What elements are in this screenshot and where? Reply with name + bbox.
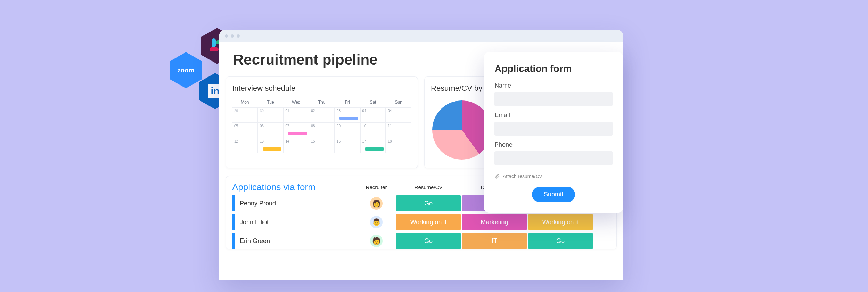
calendar-event[interactable] [365,147,384,151]
calendar-cell[interactable]: 16 [335,138,360,153]
calendar-cell[interactable]: 04 [386,107,411,123]
phone-input[interactable] [494,151,613,165]
window-dot [225,34,228,38]
interview-schedule-panel: Interview schedule MonTueWedThuFriSatSun… [226,76,418,168]
calendar-cell[interactable]: 13 [258,138,284,153]
calendar-day-header: Sun [386,98,411,107]
calendar-cell[interactable]: 15 [309,138,335,153]
applications-title: Applications via form [232,182,357,193]
calendar-cell[interactable]: 18 [386,138,411,153]
paperclip-icon [494,173,500,179]
recruiter-avatar[interactable]: 👩 [370,197,383,210]
window-dot [237,34,240,38]
calendar-cell[interactable]: 08 [309,123,335,138]
department-pill[interactable]: IT [462,233,527,249]
column-header: Resume/CV [395,184,461,190]
recruiter-avatar[interactable]: 👨 [370,216,383,228]
window-titlebar [219,30,623,42]
calendar-event[interactable] [288,132,307,135]
resume-status[interactable]: Go [396,195,461,211]
resume-source-pie-chart [432,100,491,160]
zoom-icon: zoom [170,52,202,88]
calendar-day-header: Mon [232,98,258,107]
calendar-cell[interactable]: 02 [309,107,335,123]
applicant-name[interactable]: Penny Proud [232,195,357,211]
email-label: Email [494,112,613,119]
email-input[interactable] [494,122,613,136]
panel-title: Interview schedule [232,84,411,93]
recruiter-avatar[interactable]: 🧑 [370,235,383,247]
calendar-cell[interactable]: 17 [360,138,386,153]
calendar-cell[interactable]: 30 [258,107,284,123]
calendar-cell[interactable]: 29 [232,107,258,123]
attach-resume-link[interactable]: Attach resume/CV [494,173,613,179]
calendar-day-header: Fri [335,98,360,107]
calendar-cell[interactable]: 04 [360,107,386,123]
calendar-event[interactable] [339,117,359,120]
calendar-cell[interactable]: 12 [232,138,258,153]
name-input[interactable] [494,92,613,106]
phone-interview-status[interactable]: Working on it [528,214,593,230]
calendar-cell[interactable]: 14 [283,138,309,153]
phone-interview-status[interactable]: Go [528,233,593,249]
window-dot [231,34,234,38]
calendar-day-header: Wed [283,98,309,107]
applicant-name[interactable]: Erin Green [232,233,357,249]
calendar-day-header: Sat [360,98,386,107]
phone-label: Phone [494,141,613,148]
form-title: Application form [494,63,613,74]
calendar-cell[interactable]: 09 [335,123,360,138]
calendar-cell[interactable]: 05 [232,123,258,138]
calendar-day-header: Tue [258,98,284,107]
resume-status[interactable]: Go [396,233,461,249]
resume-status[interactable]: Working on it [396,214,461,230]
calendar-cell[interactable]: 07 [283,123,309,138]
calendar-cell[interactable]: 01 [283,107,309,123]
application-form-card: Application form Name Email Phone Attach… [484,52,623,213]
applicant-name[interactable]: John Elliot [232,214,357,230]
calendar-event[interactable] [263,147,282,151]
submit-button[interactable]: Submit [532,187,575,202]
calendar-cell[interactable]: 06 [258,123,284,138]
department-pill[interactable]: Marketing [462,214,527,230]
name-label: Name [494,82,613,89]
calendar-cell[interactable]: 03 [335,107,360,123]
calendar-day-header: Thu [309,98,335,107]
calendar-cell[interactable]: 10 [360,123,386,138]
column-header: Recruiter [357,184,395,190]
calendar-cell[interactable]: 11 [386,123,411,138]
attach-resume-label: Attach resume/CV [503,173,542,179]
